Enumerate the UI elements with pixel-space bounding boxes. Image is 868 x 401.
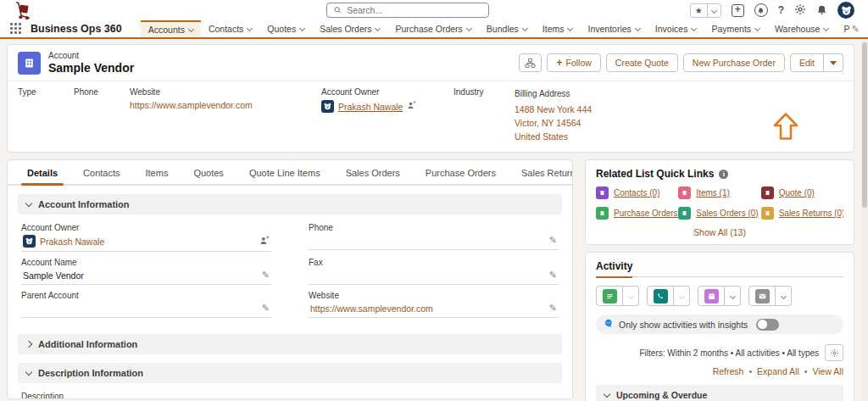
favorites-star-icon[interactable] bbox=[691, 4, 707, 17]
website-link[interactable]: https://www.samplevendor.com bbox=[310, 304, 433, 314]
quick-link-sales-orders[interactable]: Sales Orders (0) bbox=[678, 207, 760, 220]
section-account-information[interactable]: Account Information bbox=[18, 194, 562, 214]
edit-pencil-icon[interactable] bbox=[549, 270, 557, 281]
tab-sales-returns[interactable]: Sales Returns bbox=[510, 160, 573, 184]
billing-address-line[interactable]: United States bbox=[515, 131, 592, 144]
quick-link-items[interactable]: Items (1) bbox=[678, 187, 760, 199]
sales-orders-icon bbox=[678, 207, 691, 220]
billing-address-line[interactable]: Victor, NY 14564 bbox=[515, 117, 592, 131]
chevron-down-icon[interactable] bbox=[522, 25, 528, 31]
new-purchase-order-button[interactable]: New Purchase Order bbox=[683, 53, 785, 72]
quick-link-sales-returns[interactable]: Sales Returns (0) bbox=[761, 207, 843, 220]
section-additional-information[interactable]: Additional Information bbox=[18, 334, 562, 354]
quick-link-purchase-orders[interactable]: Purchase Orders (0) bbox=[596, 207, 678, 220]
follow-button[interactable]: Follow bbox=[547, 53, 600, 72]
website-link[interactable]: https://www.samplevendor.com bbox=[130, 100, 253, 110]
tab-contacts[interactable]: Contacts bbox=[72, 160, 131, 184]
info-icon[interactable] bbox=[719, 170, 728, 179]
refresh-link[interactable]: Refresh bbox=[713, 366, 744, 376]
show-all-link[interactable]: Show All (13) bbox=[693, 227, 746, 237]
edit-navigation-pencil-icon[interactable] bbox=[852, 24, 860, 35]
help-icon[interactable] bbox=[778, 4, 784, 16]
tab-quotes[interactable]: Quotes bbox=[182, 160, 234, 184]
billing-address-line[interactable]: 1488 New York 444 bbox=[515, 103, 592, 117]
setup-gear-icon[interactable] bbox=[794, 3, 806, 17]
global-actions-icon[interactable] bbox=[732, 4, 744, 17]
favorites-dropdown-icon[interactable] bbox=[707, 4, 721, 17]
tab-sales-orders[interactable]: Sales Orders bbox=[335, 160, 411, 184]
field-account-name: Account Name Sample Vendor bbox=[21, 258, 271, 285]
chevron-down-icon[interactable] bbox=[375, 25, 381, 31]
create-quote-button[interactable]: Create Quote bbox=[606, 53, 678, 72]
nav-tab-price-lists[interactable]: Price Lists bbox=[836, 20, 849, 37]
chevron-down-icon[interactable] bbox=[299, 25, 305, 31]
nav-tab-invoices[interactable]: Invoices bbox=[648, 20, 704, 37]
chevron-down-icon[interactable] bbox=[691, 25, 697, 31]
nav-tab-items[interactable]: Items bbox=[535, 20, 581, 37]
chevron-down-icon[interactable] bbox=[823, 25, 829, 31]
edit-button[interactable]: Edit bbox=[790, 53, 824, 72]
insights-toggle[interactable] bbox=[756, 319, 779, 331]
tab-items[interactable]: Items bbox=[135, 160, 180, 184]
vertical-scrollbar[interactable] bbox=[861, 39, 868, 401]
quick-link-quote[interactable]: Quote (0) bbox=[761, 187, 843, 199]
notifications-bell-icon[interactable] bbox=[816, 4, 827, 17]
filters-gear-button[interactable] bbox=[825, 344, 843, 361]
tab-quote-line-items[interactable]: Quote Line Items bbox=[238, 160, 331, 184]
nav-tab-quotes[interactable]: Quotes bbox=[259, 20, 312, 37]
account-hierarchy-button[interactable] bbox=[519, 53, 542, 72]
user-avatar[interactable] bbox=[837, 2, 854, 19]
edit-pencil-icon[interactable] bbox=[262, 303, 270, 314]
log-a-call-button[interactable] bbox=[647, 286, 674, 306]
nav-tab-inventories[interactable]: Inventories bbox=[580, 20, 647, 37]
field-label: Phone bbox=[74, 87, 108, 97]
event-dropdown-button[interactable] bbox=[725, 286, 741, 306]
edit-pencil-icon[interactable] bbox=[262, 270, 270, 281]
annotation-arrow-icon bbox=[773, 113, 798, 140]
nav-tab-accounts[interactable]: Accounts bbox=[141, 20, 201, 37]
edit-pencil-icon[interactable] bbox=[549, 303, 557, 314]
chevron-down-icon[interactable] bbox=[188, 25, 194, 31]
app-launcher-icon[interactable] bbox=[10, 23, 22, 35]
change-owner-icon[interactable] bbox=[259, 236, 270, 248]
tab-details[interactable]: Details bbox=[16, 160, 69, 184]
hierarchy-icon bbox=[525, 58, 536, 69]
owner-link[interactable]: Prakash Nawale bbox=[40, 237, 104, 247]
nav-tab-warehouse[interactable]: Warehouse bbox=[767, 20, 836, 37]
nav-tab-bundles[interactable]: Bundles bbox=[479, 20, 535, 37]
email-button[interactable] bbox=[748, 286, 776, 306]
expand-all-link[interactable]: Expand All bbox=[757, 366, 799, 376]
new-event-button[interactable] bbox=[698, 286, 725, 306]
separator: • bbox=[804, 366, 808, 376]
change-owner-icon[interactable] bbox=[407, 101, 416, 112]
more-actions-dropdown-button[interactable] bbox=[824, 53, 843, 72]
email-dropdown-button[interactable] bbox=[776, 286, 792, 306]
chevron-down-icon[interactable] bbox=[567, 25, 573, 31]
nav-tab-payments[interactable]: Payments bbox=[704, 20, 767, 37]
field-value: Sample Vendor bbox=[23, 270, 262, 281]
nav-tab-sales-orders[interactable]: Sales Orders bbox=[312, 20, 387, 37]
chevron-down-icon[interactable] bbox=[754, 25, 760, 31]
chevron-down-icon[interactable] bbox=[466, 25, 472, 31]
quick-link-contacts[interactable]: Contacts (0) bbox=[596, 187, 678, 199]
nav-tab-purchase-orders[interactable]: Purchase Orders bbox=[387, 20, 478, 37]
edit-pencil-icon[interactable] bbox=[549, 235, 557, 246]
chevron-down-icon[interactable] bbox=[635, 25, 641, 31]
chevron-down-icon[interactable] bbox=[247, 25, 253, 31]
global-search[interactable] bbox=[326, 3, 489, 18]
section-description-information[interactable]: Description Information bbox=[18, 363, 562, 383]
items-icon bbox=[678, 187, 691, 199]
owner-link[interactable]: Prakash Nawale bbox=[338, 102, 403, 112]
search-input[interactable] bbox=[347, 5, 481, 15]
nav-tab-contacts[interactable]: Contacts bbox=[201, 20, 259, 37]
guidance-center-icon[interactable] bbox=[754, 3, 768, 17]
nav-tab-label: Sales Orders bbox=[320, 24, 371, 34]
scrollbar-thumb[interactable] bbox=[862, 42, 867, 208]
new-task-button[interactable] bbox=[596, 286, 623, 306]
upcoming-overdue-section[interactable]: Upcoming & Overdue bbox=[596, 385, 843, 401]
quick-link-label: Purchase Orders (0) bbox=[614, 209, 678, 218]
owner-avatar bbox=[321, 100, 334, 113]
tab-purchase-orders[interactable]: Purchase Orders bbox=[415, 160, 507, 184]
view-all-link[interactable]: View All bbox=[812, 366, 843, 376]
quote-icon bbox=[761, 187, 774, 199]
